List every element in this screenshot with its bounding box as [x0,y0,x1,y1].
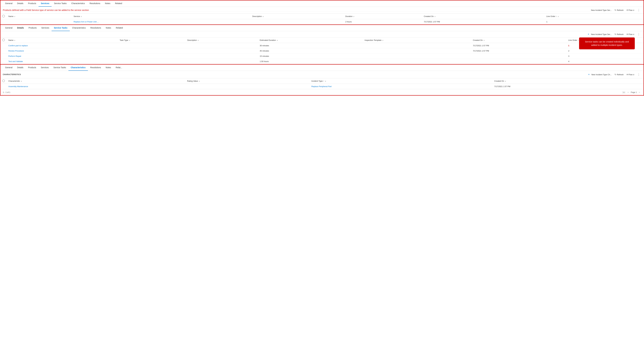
ch-col-ratingvalue[interactable]: Rating Value ∨ [185,78,310,84]
characteristics-refresh-label: Refresh [617,73,624,76]
st-row-inspection-1 [363,43,471,48]
st-row-estdur-3: 15 minutes [258,53,363,59]
pagination-range: 1 - 1 of 1 [3,91,10,93]
services-col-createdon[interactable]: Created On ∨ [422,13,544,19]
service-tasks-refresh-button[interactable]: ↻ Refresh [614,32,625,36]
current-page-label: Page 1 [631,91,637,93]
st-row-tasktype-4 [118,59,186,64]
ch-select-all[interactable] [2,79,5,82]
ch-row-checkbox [0,84,6,89]
table-row: Perform Repair 15 minutes 3 [0,53,644,59]
characteristics-nav: General Details Products Services Servic… [0,64,644,71]
st-row-name-2[interactable]: Review Procedure [6,48,118,53]
flow-icon-3: ⟳ [626,73,628,76]
services-flow-label: Flow [628,9,632,11]
st-row-name-3[interactable]: Perform Repair [6,53,118,59]
st-row-inspection-2 [363,48,471,53]
ch-row-incidenttype[interactable]: Replace Peripheral Part [310,84,492,89]
tab-notes-2[interactable]: Notes [104,25,114,31]
row-service[interactable]: Replace Arm or Power Unit ... [72,19,250,24]
ch-col-characteristic[interactable]: Characteristic ∨ [6,78,185,84]
tab-details-1[interactable]: Details [15,0,26,6]
services-col-description[interactable]: Description ∨ [250,13,344,19]
panel-services: General Details Products Services Servic… [0,0,644,25]
tab-details-3[interactable]: Details [15,64,26,71]
services-more-button[interactable]: ⋮ [636,8,641,12]
tab-characteristics-2[interactable]: Characteristics [70,25,88,31]
flow-icon: ⟳ [626,9,628,11]
service-tasks-refresh-label: Refresh [617,33,624,35]
ch-col-createdon[interactable]: Created On ∨ [492,78,644,84]
tab-products-1[interactable]: Products [26,0,38,6]
tab-related-1[interactable]: Related [113,0,124,6]
service-tasks-callout: Service tasks can be created individuall… [579,37,635,49]
st-col-description[interactable]: Description ∨ [186,37,258,43]
characteristics-table: Characteristic ∨ Rating Value ∨ Incident… [0,78,644,89]
tab-related-2[interactable]: Related [114,25,125,31]
tab-services-2[interactable]: Services [39,25,52,31]
services-select-all[interactable] [2,15,5,17]
tab-general-3[interactable]: General [3,64,15,71]
tab-products-3[interactable]: Products [26,64,38,71]
tab-notes-1[interactable]: Notes [102,0,113,6]
st-col-name[interactable]: Name ∨ [6,37,118,43]
tab-related-3[interactable]: Relat... [114,64,124,71]
services-new-label: New Incident Type Ser... [591,9,612,11]
tab-servicetasks-3[interactable]: Service Tasks [51,64,68,71]
characteristics-new-label: New Incident Type Ch... [592,73,612,76]
next-page-button[interactable]: → [638,91,641,94]
services-flow-button[interactable]: ⟳ Flow ∨ [626,9,634,11]
tab-services-1[interactable]: Services [38,0,52,6]
tab-resolutions-3[interactable]: Resolutions [88,64,103,71]
services-col-service[interactable]: Service ∨ [72,13,250,19]
ch-col-incidenttype[interactable]: Incident Type ↑ ∨ [310,78,492,84]
tab-resolutions-1[interactable]: Resolutions [87,0,102,6]
services-refresh-button[interactable]: ↻ Refresh [614,8,625,12]
tab-services-3[interactable]: Services [38,64,51,71]
characteristics-flow-button[interactable]: ⟳ Flow ∨ [626,73,634,76]
st-row-name-4[interactable]: Test and Validate [6,59,118,64]
st-col-estimatedduration[interactable]: Estimated Duration ∨ [258,37,363,43]
tab-resolutions-2[interactable]: Resolutions [88,25,104,31]
characteristics-more-button[interactable]: ⋮ [636,73,641,76]
tab-characteristics-3[interactable]: Characteristics [68,64,88,71]
row-checkbox [0,19,6,24]
chevron-down-icon-2: ∨ [633,33,634,35]
services-col-checkbox [0,13,6,19]
chevron-down-icon-3: ∨ [633,73,634,76]
characteristics-refresh-button[interactable]: ↻ Refresh [614,73,625,76]
tab-details-2[interactable]: Details [15,25,26,31]
pagination-controls: |◁ ← Page 1 → [622,91,641,94]
st-col-inspectiontemplate[interactable]: Inspection Template ∨ [363,37,471,43]
table-row: Replace Arm or Power Unit ... 2 hours 7/… [0,19,644,24]
tab-servicetasks-2[interactable]: Service Tasks [52,25,70,31]
tab-notes-3[interactable]: Notes [103,64,114,71]
services-col-name[interactable]: Name ∨ [6,13,72,19]
st-row-name-1[interactable]: Confirm part to replace [6,43,118,48]
prev-page-button[interactable]: ← [626,91,630,94]
st-row-tasktype-3 [118,53,186,59]
refresh-icon-3: ↻ [614,73,616,76]
service-tasks-new-label: New Incident Type Ser... [591,33,612,35]
st-row-desc-3 [186,53,258,59]
tab-products-2[interactable]: Products [26,25,39,31]
tab-general-1[interactable]: General [3,0,15,6]
ch-row-characteristic[interactable]: Assembly Maintenance [6,84,185,89]
tab-general-2[interactable]: General [3,25,15,31]
st-col-createdon[interactable]: Created On ∨ [471,37,566,43]
characteristics-toolbar: + New Incident Type Ch... ↻ Refresh ⟳ Fl… [588,73,641,76]
st-select-all[interactable] [2,39,5,41]
st-col-tasktype[interactable]: Task Type ∨ [118,37,186,43]
tab-servicetasks-1[interactable]: Service Tasks [52,0,69,6]
services-col-duration[interactable]: Duration ∨ [344,13,422,19]
services-toolbar: New Incident Type Ser... ↻ Refresh ⟳ Flo… [591,8,641,12]
characteristics-section-header: CHARACTERISTICS [3,73,21,75]
service-tasks-flow-button[interactable]: ⟳ Flow ∨ [626,33,634,35]
add-service-task-icon[interactable]: + [588,33,589,36]
tab-characteristics-1[interactable]: Characteristics [69,0,87,6]
service-tasks-more-button[interactable]: ⋮ [636,32,641,36]
services-col-lineorder[interactable]: Line Order ↑ ∨ [544,13,644,19]
add-characteristic-icon[interactable]: + [588,73,590,76]
row-description [250,19,344,24]
first-page-button[interactable]: |◁ [622,91,626,94]
